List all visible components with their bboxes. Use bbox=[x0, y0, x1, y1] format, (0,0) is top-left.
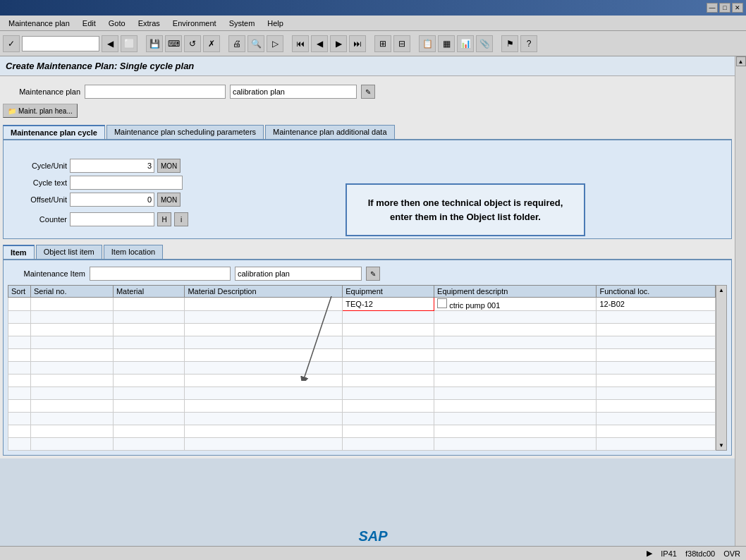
play-icon[interactable]: ▶ bbox=[647, 549, 652, 558]
maintenance-plan-row: Maintenance plan ✎ bbox=[3, 85, 732, 99]
first-icon[interactable]: ⏮ bbox=[292, 35, 309, 52]
table-row[interactable] bbox=[8, 375, 716, 387]
menu-extras[interactable]: Extras bbox=[133, 18, 166, 29]
cancel-icon[interactable]: ✗ bbox=[203, 35, 220, 52]
tab-scheduling[interactable]: Maintenance plan scheduling parameters bbox=[106, 125, 264, 139]
table-scroll-down[interactable]: ▼ bbox=[717, 441, 726, 450]
scroll-up-arrow[interactable]: ▲ bbox=[736, 56, 746, 66]
menu-goto[interactable]: Goto bbox=[103, 18, 131, 29]
attach-icon[interactable]: 📎 bbox=[476, 35, 493, 52]
print-icon[interactable]: 🖨 bbox=[228, 35, 245, 52]
counter-info-icon[interactable]: i bbox=[174, 212, 188, 226]
last-icon[interactable]: ⏭ bbox=[349, 35, 366, 52]
table-row[interactable] bbox=[8, 438, 716, 451]
tab-item[interactable]: Item bbox=[3, 245, 35, 259]
table-row[interactable] bbox=[8, 400, 716, 413]
table-scroll-up[interactable]: ▲ bbox=[717, 286, 726, 295]
find-next-icon[interactable]: ▷ bbox=[267, 35, 283, 52]
sap-logo: SAP bbox=[358, 528, 387, 544]
client-info: f38tdc00 bbox=[685, 549, 715, 558]
export-icon[interactable]: ⊟ bbox=[393, 35, 410, 52]
restore-button[interactable]: □ bbox=[719, 3, 730, 13]
save-icon[interactable]: 💾 bbox=[146, 35, 163, 52]
menu-maintenance-plan[interactable]: Maintenance plan bbox=[3, 18, 75, 29]
tab-object-list[interactable]: Object list item bbox=[36, 245, 102, 259]
title-bar: — □ ✕ bbox=[0, 0, 746, 16]
cycle-text-label: Cycle text bbox=[11, 178, 67, 187]
col-equipment: Equipment bbox=[343, 286, 434, 298]
shortcut-icon[interactable]: ⌨ bbox=[165, 35, 182, 52]
menu-help[interactable]: Help bbox=[262, 18, 289, 29]
maintenance-plan-input[interactable] bbox=[85, 85, 226, 99]
callout-balloon: If more then one technical object is req… bbox=[346, 183, 585, 236]
row-checkbox[interactable] bbox=[437, 298, 447, 308]
table-row[interactable] bbox=[8, 425, 716, 438]
counter-label: Counter bbox=[11, 215, 67, 224]
minimize-button[interactable]: — bbox=[707, 3, 718, 13]
cycle-text-input[interactable] bbox=[70, 176, 183, 190]
nav-back-icon[interactable]: ◀ bbox=[102, 35, 118, 52]
item-panel: Maintenance Item ✎ Sort Serial no. bbox=[3, 260, 732, 456]
layout-icon[interactable]: ⊞ bbox=[374, 35, 391, 52]
menu-environment[interactable]: Environment bbox=[167, 18, 222, 29]
toolbar: ✓ ◀ ⬜ 💾 ⌨ ↺ ✗ 🖨 🔍 ▷ ⏮ ◀ ▶ ⏭ ⊞ ⊟ 📋 ▦ 📊 📎 … bbox=[0, 31, 746, 56]
table-row[interactable] bbox=[8, 362, 716, 375]
callout-arrow bbox=[289, 296, 360, 381]
maintenance-item-edit-button[interactable]: ✎ bbox=[366, 267, 380, 281]
offset-unit-badge: MON bbox=[157, 193, 181, 207]
command-field[interactable] bbox=[22, 36, 99, 51]
maintenance-item-input[interactable] bbox=[90, 267, 231, 281]
menu-bar: Maintenance plan Edit Goto Extras Enviro… bbox=[0, 16, 746, 31]
table-row[interactable] bbox=[8, 311, 716, 324]
table-row[interactable] bbox=[8, 387, 716, 400]
tab-additional[interactable]: Maintenance plan additional data bbox=[265, 125, 394, 139]
offset-unit-label: Offset/Unit bbox=[11, 195, 67, 204]
maintenance-plan-edit-button[interactable]: ✎ bbox=[361, 85, 375, 99]
status-right: ▶ IP41 f38tdc00 OVR bbox=[647, 549, 740, 558]
counter-input[interactable] bbox=[70, 212, 154, 226]
menu-edit[interactable]: Edit bbox=[77, 18, 102, 29]
find-icon[interactable]: 🔍 bbox=[247, 35, 264, 52]
table-row[interactable] bbox=[8, 413, 716, 425]
tab-cycle[interactable]: Maintenance plan cycle bbox=[3, 125, 105, 139]
item-tab-bar: Item Object list item Item location bbox=[3, 245, 732, 260]
tab-item-location[interactable]: Item location bbox=[104, 245, 163, 259]
col-sort: Sort bbox=[8, 286, 31, 298]
refresh-icon[interactable]: ↺ bbox=[184, 35, 201, 52]
object-list-table: Sort Serial no. Material Material Descri… bbox=[8, 285, 716, 451]
prev-icon[interactable]: ◀ bbox=[311, 35, 328, 52]
clipboard-icon[interactable]: 📋 bbox=[419, 35, 436, 52]
offset-unit-input[interactable] bbox=[70, 193, 154, 207]
folder-icon: 📁 bbox=[8, 107, 16, 115]
item-area: Item Object list item Item location Main… bbox=[3, 245, 732, 456]
close-button[interactable]: ✕ bbox=[732, 3, 743, 13]
cycle-unit-badge: MON bbox=[157, 159, 181, 173]
table-row[interactable] bbox=[8, 349, 716, 362]
graph-icon[interactable]: 📊 bbox=[457, 35, 474, 52]
table-scrollbar[interactable]: ▲ ▼ bbox=[716, 285, 727, 451]
enter-icon[interactable]: ⬜ bbox=[121, 35, 137, 52]
maintenance-item-value-input[interactable] bbox=[235, 267, 362, 281]
svg-line-0 bbox=[303, 296, 331, 381]
back-icon[interactable]: ✓ bbox=[3, 35, 20, 52]
cycle-unit-row: Cycle/Unit MON bbox=[11, 159, 724, 173]
maintenance-plan-value-input[interactable] bbox=[230, 85, 357, 99]
col-equip-desc: Equipment descriptn bbox=[434, 286, 597, 298]
help2-icon[interactable]: ? bbox=[520, 35, 537, 52]
menu-system[interactable]: System bbox=[224, 18, 261, 29]
top-tab-bar: Maintenance plan cycle Maintenance plan … bbox=[3, 125, 732, 140]
maintenance-item-label: Maintenance Item bbox=[8, 269, 85, 278]
table-row[interactable] bbox=[8, 336, 716, 349]
next-icon[interactable]: ▶ bbox=[330, 35, 347, 52]
table-header: Sort Serial no. Material Material Descri… bbox=[8, 286, 716, 298]
table-row[interactable] bbox=[8, 324, 716, 336]
flag-icon[interactable]: ⚑ bbox=[501, 35, 518, 52]
mode-indicator: OVR bbox=[723, 549, 740, 558]
window-controls[interactable]: — □ ✕ bbox=[707, 3, 743, 13]
counter-help-icon[interactable]: H bbox=[157, 212, 171, 226]
table-row[interactable]: TEQ-12 ctric pump 00112-B02 bbox=[8, 298, 716, 311]
table-icon[interactable]: ▦ bbox=[438, 35, 455, 52]
maint-header-btn[interactable]: 📁 Maint. plan hea... bbox=[3, 104, 78, 118]
right-scrollbar[interactable]: ▲ ▼ bbox=[735, 56, 746, 560]
cycle-unit-input[interactable] bbox=[70, 159, 154, 173]
